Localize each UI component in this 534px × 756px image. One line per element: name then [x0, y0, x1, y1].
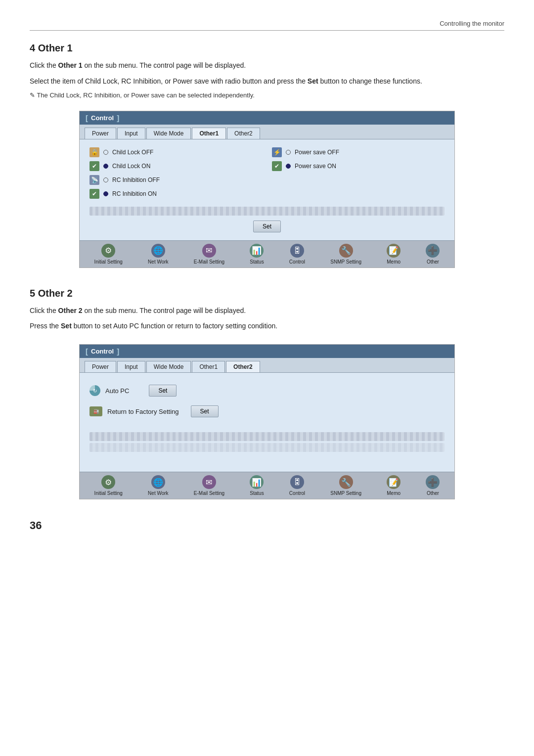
option-childlock-off: 🔒 Child Lock OFF: [89, 147, 262, 157]
footer-control-label-2: Control: [289, 490, 305, 496]
section5-title: 5 Other 2: [30, 288, 504, 299]
section4-title: 4 Other 1: [30, 43, 504, 54]
footer-memo-2[interactable]: 📝 Memo: [387, 475, 400, 496]
snmp-icon-2: 🔧: [339, 475, 353, 489]
blurred-bar-2: [89, 432, 445, 441]
radio-rc-on[interactable]: [103, 191, 108, 196]
childlock-on-icon: ✔: [89, 161, 99, 171]
page-number: 36: [30, 519, 504, 532]
rc-off-label: RC Inhibition OFF: [112, 177, 160, 183]
section5-para2: Press the Set button to set Auto PC func…: [30, 320, 504, 332]
childlock-on-label: Child Lock ON: [112, 163, 150, 170]
footer-status-1[interactable]: 📊 Status: [250, 244, 264, 265]
set-button-factory[interactable]: Set: [191, 405, 219, 417]
footer-network-1[interactable]: 🌐 Net Work: [148, 244, 169, 265]
footer-snmp-2[interactable]: 🔧 SNMP Setting: [330, 475, 361, 496]
section5-para1: Click the Other 2 on the sub menu. The c…: [30, 305, 504, 317]
tab-other1-2[interactable]: Other1: [192, 361, 225, 372]
footer-control-1[interactable]: 🎛 Control: [289, 244, 305, 265]
tab-widemode-2[interactable]: Wide Mode: [146, 361, 191, 372]
option-powersave-on: ✔ Power save ON: [272, 161, 445, 171]
footer-snmp-label-1: SNMP Setting: [330, 259, 361, 265]
footer-other-label-2: Other: [427, 490, 439, 496]
footer-other-2[interactable]: ➕ Other: [426, 475, 440, 496]
option-childlock-on: ✔ Child Lock ON: [89, 161, 262, 171]
section4-bold2: Set: [308, 77, 318, 85]
tab-other2-1[interactable]: Other2: [227, 128, 260, 139]
tab-input-2[interactable]: Input: [117, 361, 145, 372]
monitor-title-1: Control: [91, 114, 114, 122]
monitor-tabs-1: Power Input Wide Mode Other1 Other2: [80, 125, 454, 139]
monitor-content-2: ↻ Auto PC Set 🏭 Return to Factory Settin…: [80, 373, 454, 472]
other-icon-1: ➕: [426, 244, 440, 258]
footer-initial-setting-2[interactable]: ⚙ Initial Setting: [94, 475, 123, 496]
auto-pc-icon: ↻: [89, 385, 100, 396]
footer-network-label-2: Net Work: [148, 490, 169, 496]
network-icon-1: 🌐: [151, 244, 165, 258]
radio-childlock-on[interactable]: [103, 164, 108, 169]
radio-rc-off[interactable]: [103, 178, 108, 182]
tab-power-2[interactable]: Power: [85, 361, 116, 372]
footer-email-label-2: E-Mail Setting: [194, 490, 224, 496]
section5-bold2: Set: [61, 322, 72, 330]
options-grid-1: 🔒 Child Lock OFF ⚡ Power save OFF ✔ Chil…: [89, 147, 445, 199]
email-icon-1: ✉: [202, 244, 216, 258]
rc-on-label: RC Inhibition ON: [112, 190, 157, 197]
footer-control-label-1: Control: [289, 259, 305, 265]
tab-widemode-1[interactable]: Wide Mode: [146, 128, 191, 139]
footer-other-1[interactable]: ➕ Other: [426, 244, 440, 265]
monitor-title-2: Control: [91, 348, 114, 355]
radio-childlock-off[interactable]: [103, 150, 108, 155]
blurred-bar-1: [89, 207, 445, 216]
footer-other-label-1: Other: [427, 259, 439, 265]
set-button-autopc[interactable]: Set: [149, 385, 177, 397]
snmp-icon-1: 🔧: [339, 244, 353, 258]
memo-icon-1: 📝: [387, 244, 400, 258]
footer-network-2[interactable]: 🌐 Net Work: [148, 475, 169, 496]
set-button-1[interactable]: Set: [253, 221, 281, 232]
other-icon-2: ➕: [426, 475, 440, 489]
section4-para1: Click the Other 1 on the sub menu. The c…: [30, 60, 504, 72]
email-icon-2: ✉: [202, 475, 216, 489]
monitor-ui-2: [ Control ] Power Input Wide Mode Other1…: [79, 344, 455, 499]
status-icon-2: 📊: [250, 475, 264, 489]
factory-icon: 🏭: [89, 406, 102, 416]
footer-status-2[interactable]: 📊 Status: [250, 475, 264, 496]
tab-input-1[interactable]: Input: [117, 128, 145, 139]
footer-initial-label-1: Initial Setting: [94, 259, 123, 265]
control-icon-1: 🎛: [290, 244, 304, 258]
powersave-on-icon: ✔: [272, 161, 282, 171]
footer-email-label-1: E-Mail Setting: [194, 259, 224, 265]
option-rc-on: ✔ RC Inhibition ON: [89, 189, 262, 199]
footer-snmp-1[interactable]: 🔧 SNMP Setting: [330, 244, 361, 265]
footer-network-label-1: Net Work: [148, 259, 169, 265]
monitor-titlebar-1: [ Control ]: [80, 111, 454, 125]
section4-bold1: Other 1: [58, 61, 83, 69]
childlock-off-label: Child Lock OFF: [112, 149, 153, 156]
initial-setting-icon-1: ⚙: [101, 244, 115, 258]
footer-initial-label-2: Initial Setting: [94, 490, 123, 496]
footer-email-1[interactable]: ✉ E-Mail Setting: [194, 244, 224, 265]
section5-bold1: Other 2: [58, 307, 83, 314]
control-icon-2: 🎛: [290, 475, 304, 489]
tab-power-1[interactable]: Power: [85, 128, 116, 139]
footer-initial-setting-1[interactable]: ⚙ Initial Setting: [94, 244, 123, 265]
radio-powersave-off[interactable]: [286, 150, 291, 155]
powersave-off-icon: ⚡: [272, 147, 282, 157]
tab-other2-2[interactable]: Other2: [226, 361, 260, 372]
rc-on-icon: ✔: [89, 189, 99, 199]
auto-pc-label: Auto PC: [105, 387, 129, 395]
status-icon-1: 📊: [250, 244, 264, 258]
footer-memo-label-2: Memo: [387, 490, 400, 496]
header-title: Controlling the monitor: [440, 20, 504, 27]
footer-control-2[interactable]: 🎛 Control: [289, 475, 305, 496]
footer-memo-1[interactable]: 📝 Memo: [387, 244, 400, 265]
section4-para2: Select the item of Child Lock, RC Inhibi…: [30, 76, 504, 88]
tab-other1-1[interactable]: Other1: [192, 128, 226, 139]
powersave-off-label: Power save OFF: [295, 149, 339, 156]
monitor-titlebar-2: [ Control ]: [80, 345, 454, 358]
footer-email-2[interactable]: ✉ E-Mail Setting: [194, 475, 224, 496]
blurred-bar-3: [89, 443, 445, 452]
radio-powersave-on[interactable]: [286, 164, 291, 169]
monitor-tabs-2: Power Input Wide Mode Other1 Other2: [80, 358, 454, 373]
